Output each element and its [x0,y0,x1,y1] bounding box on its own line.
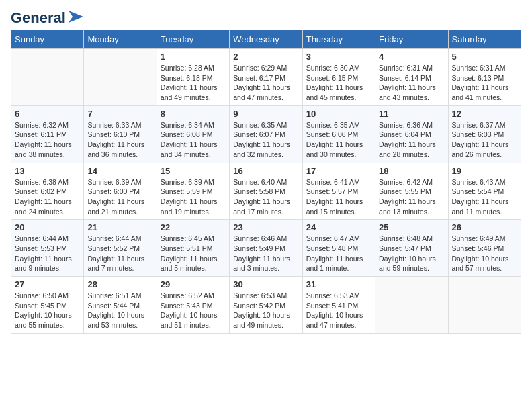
calendar-cell: 9Sunrise: 6:35 AM Sunset: 6:07 PM Daylig… [230,105,302,163]
cell-info: Sunrise: 6:51 AM Sunset: 5:44 PM Dayligh… [87,291,152,330]
calendar-week-row: 1Sunrise: 6:28 AM Sunset: 6:18 PM Daylig… [11,49,521,106]
day-number: 16 [233,166,298,176]
day-of-week-header: Thursday [302,30,375,49]
day-number: 4 [379,52,444,62]
calendar-cell [84,49,157,106]
calendar-cell: 3Sunrise: 6:30 AM Sunset: 6:15 PM Daylig… [302,49,375,106]
day-number: 17 [306,166,371,176]
calendar-cell: 26Sunrise: 6:49 AM Sunset: 5:46 PM Dayli… [448,220,521,277]
day-number: 7 [87,109,152,119]
cell-info: Sunrise: 6:31 AM Sunset: 6:14 PM Dayligh… [379,63,444,103]
calendar-cell: 27Sunrise: 6:50 AM Sunset: 5:45 PM Dayli… [11,277,84,334]
day-number: 5 [452,52,517,62]
cell-info: Sunrise: 6:48 AM Sunset: 5:47 PM Dayligh… [379,234,444,273]
calendar-cell: 8Sunrise: 6:34 AM Sunset: 6:08 PM Daylig… [157,105,229,163]
calendar-cell: 16Sunrise: 6:40 AM Sunset: 5:58 PM Dayli… [230,163,302,220]
cell-info: Sunrise: 6:46 AM Sunset: 5:49 PM Dayligh… [233,234,298,273]
cell-info: Sunrise: 6:47 AM Sunset: 5:48 PM Dayligh… [306,234,371,273]
day-number: 28 [87,279,152,289]
day-number: 27 [15,279,80,289]
day-number: 15 [161,166,226,176]
cell-info: Sunrise: 6:44 AM Sunset: 5:53 PM Dayligh… [15,234,80,273]
calendar-cell: 17Sunrise: 6:41 AM Sunset: 5:57 PM Dayli… [302,163,375,220]
day-number: 10 [306,109,371,119]
calendar-cell: 31Sunrise: 6:53 AM Sunset: 5:41 PM Dayli… [302,277,375,334]
day-number: 21 [87,222,152,232]
cell-info: Sunrise: 6:50 AM Sunset: 5:45 PM Dayligh… [15,291,80,330]
day-number: 25 [379,222,444,232]
cell-info: Sunrise: 6:38 AM Sunset: 6:02 PM Dayligh… [15,177,80,217]
calendar-cell: 18Sunrise: 6:42 AM Sunset: 5:55 PM Dayli… [375,163,448,220]
day-number: 1 [161,52,226,62]
cell-info: Sunrise: 6:45 AM Sunset: 5:51 PM Dayligh… [161,234,226,273]
calendar-cell: 5Sunrise: 6:31 AM Sunset: 6:13 PM Daylig… [448,49,521,106]
calendar-cell: 12Sunrise: 6:37 AM Sunset: 6:03 PM Dayli… [448,105,521,163]
calendar-cell: 20Sunrise: 6:44 AM Sunset: 5:53 PM Dayli… [11,220,84,277]
day-number: 6 [15,109,80,119]
day-number: 22 [161,222,226,232]
calendar-week-row: 13Sunrise: 6:38 AM Sunset: 6:02 PM Dayli… [11,163,521,220]
calendar-cell: 4Sunrise: 6:31 AM Sunset: 6:14 PM Daylig… [375,49,448,106]
calendar-cell: 25Sunrise: 6:48 AM Sunset: 5:47 PM Dayli… [375,220,448,277]
cell-info: Sunrise: 6:39 AM Sunset: 5:59 PM Dayligh… [161,177,226,217]
cell-info: Sunrise: 6:41 AM Sunset: 5:57 PM Dayligh… [306,177,371,217]
day-number: 26 [452,222,517,232]
day-of-week-header: Sunday [11,30,84,49]
cell-info: Sunrise: 6:40 AM Sunset: 5:58 PM Dayligh… [233,177,298,217]
day-number: 24 [306,222,371,232]
calendar-week-row: 27Sunrise: 6:50 AM Sunset: 5:45 PM Dayli… [11,277,521,334]
day-of-week-header: Wednesday [230,30,302,49]
cell-info: Sunrise: 6:43 AM Sunset: 5:54 PM Dayligh… [452,177,517,217]
calendar-cell: 7Sunrise: 6:33 AM Sunset: 6:10 PM Daylig… [84,105,157,163]
calendar-cell: 30Sunrise: 6:53 AM Sunset: 5:42 PM Dayli… [230,277,302,334]
day-number: 29 [161,279,226,289]
logo: General [11,11,83,24]
calendar-cell [375,277,448,334]
cell-info: Sunrise: 6:49 AM Sunset: 5:46 PM Dayligh… [452,234,517,273]
day-of-week-header: Saturday [448,30,521,49]
cell-info: Sunrise: 6:28 AM Sunset: 6:18 PM Dayligh… [161,63,226,103]
calendar-cell: 21Sunrise: 6:44 AM Sunset: 5:52 PM Dayli… [84,220,157,277]
cell-info: Sunrise: 6:37 AM Sunset: 6:03 PM Dayligh… [452,120,517,160]
calendar-week-row: 6Sunrise: 6:32 AM Sunset: 6:11 PM Daylig… [11,105,521,163]
day-of-week-header: Friday [375,30,448,49]
cell-info: Sunrise: 6:44 AM Sunset: 5:52 PM Dayligh… [87,234,152,273]
calendar-cell: 22Sunrise: 6:45 AM Sunset: 5:51 PM Dayli… [157,220,229,277]
calendar-cell: 1Sunrise: 6:28 AM Sunset: 6:18 PM Daylig… [157,49,229,106]
calendar-cell: 23Sunrise: 6:46 AM Sunset: 5:49 PM Dayli… [230,220,302,277]
day-number: 2 [233,52,298,62]
calendar-cell: 28Sunrise: 6:51 AM Sunset: 5:44 PM Dayli… [84,277,157,334]
calendar-cell: 19Sunrise: 6:43 AM Sunset: 5:54 PM Dayli… [448,163,521,220]
day-number: 19 [452,166,517,176]
calendar-cell [448,277,521,334]
cell-info: Sunrise: 6:53 AM Sunset: 5:42 PM Dayligh… [233,291,298,330]
cell-info: Sunrise: 6:30 AM Sunset: 6:15 PM Dayligh… [306,63,371,103]
calendar-cell: 29Sunrise: 6:52 AM Sunset: 5:43 PM Dayli… [157,277,229,334]
page-header: General [11,11,521,24]
cell-info: Sunrise: 6:36 AM Sunset: 6:04 PM Dayligh… [379,120,444,160]
day-number: 20 [15,222,80,232]
logo-text: General [11,11,66,26]
cell-info: Sunrise: 6:31 AM Sunset: 6:13 PM Dayligh… [452,63,517,103]
day-number: 12 [452,109,517,119]
calendar-header-row: SundayMondayTuesdayWednesdayThursdayFrid… [11,30,521,49]
day-of-week-header: Monday [84,30,157,49]
calendar-cell [11,49,84,106]
calendar-cell: 13Sunrise: 6:38 AM Sunset: 6:02 PM Dayli… [11,163,84,220]
day-number: 18 [379,166,444,176]
cell-info: Sunrise: 6:39 AM Sunset: 6:00 PM Dayligh… [87,177,152,217]
day-number: 30 [233,279,298,289]
day-number: 11 [379,109,444,119]
day-number: 31 [306,279,371,289]
cell-info: Sunrise: 6:32 AM Sunset: 6:11 PM Dayligh… [15,120,80,160]
calendar-week-row: 20Sunrise: 6:44 AM Sunset: 5:53 PM Dayli… [11,220,521,277]
calendar-table: SundayMondayTuesdayWednesdayThursdayFrid… [11,30,521,334]
cell-info: Sunrise: 6:29 AM Sunset: 6:17 PM Dayligh… [233,63,298,103]
logo-arrow-icon [69,11,83,23]
calendar-cell: 24Sunrise: 6:47 AM Sunset: 5:48 PM Dayli… [302,220,375,277]
day-number: 3 [306,52,371,62]
day-number: 23 [233,222,298,232]
cell-info: Sunrise: 6:34 AM Sunset: 6:08 PM Dayligh… [161,120,226,160]
cell-info: Sunrise: 6:33 AM Sunset: 6:10 PM Dayligh… [87,120,152,160]
cell-info: Sunrise: 6:52 AM Sunset: 5:43 PM Dayligh… [161,291,226,330]
